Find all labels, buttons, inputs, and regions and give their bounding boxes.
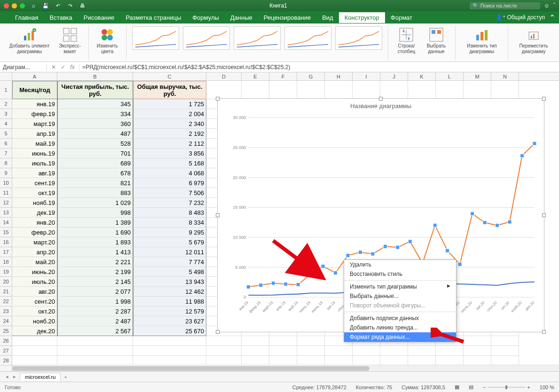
data-cell[interactable]: авг.20: [12, 287, 57, 297]
data-cell[interactable]: 1 998: [57, 297, 133, 306]
resize-handle[interactable]: [216, 213, 220, 217]
empty-cell[interactable]: [206, 346, 242, 356]
row-header[interactable]: 22: [0, 297, 12, 306]
column-header[interactable]: L: [436, 72, 464, 80]
ribbon-collapse-icon[interactable]: ⌃: [549, 13, 555, 22]
empty-cell[interactable]: [325, 356, 353, 366]
data-cell[interactable]: дек.20: [12, 326, 57, 336]
data-cell[interactable]: 2 287: [57, 306, 133, 316]
undo-icon[interactable]: ↶: [53, 1, 63, 10]
data-cell[interactable]: февр.19: [12, 109, 57, 119]
data-cell[interactable]: 883: [57, 188, 133, 198]
user-icon[interactable]: ☺: [544, 2, 550, 9]
data-cell[interactable]: 7 506: [133, 188, 206, 198]
ribbon-tab-формат[interactable]: Формат: [385, 12, 418, 23]
row-header[interactable]: 15: [0, 227, 12, 237]
empty-cell[interactable]: [353, 81, 380, 99]
empty-cell[interactable]: [269, 81, 297, 99]
data-cell[interactable]: 1 029: [57, 198, 133, 208]
ribbon-tab-главная[interactable]: Главная: [9, 12, 44, 23]
empty-cell[interactable]: [269, 356, 297, 366]
column-header[interactable]: K: [408, 72, 436, 80]
row-header[interactable]: 3: [0, 109, 12, 119]
data-cell[interactable]: нояб.20: [12, 316, 57, 326]
data-cell[interactable]: февр.20: [12, 227, 57, 237]
row-header[interactable]: 14: [0, 218, 12, 227]
print-icon[interactable]: 🖶: [78, 1, 87, 10]
data-cell[interactable]: дек.19: [12, 208, 57, 218]
data-cell[interactable]: 25 670: [133, 326, 206, 336]
data-cell[interactable]: 2 487: [57, 316, 133, 326]
empty-cell[interactable]: [269, 346, 297, 356]
accept-formula-icon[interactable]: ✓: [59, 64, 67, 71]
empty-cell[interactable]: [206, 336, 242, 346]
data-cell[interactable]: 528: [57, 139, 133, 149]
empty-cell[interactable]: [408, 81, 436, 99]
empty-cell[interactable]: [133, 346, 206, 356]
row-header[interactable]: 13: [0, 208, 12, 218]
data-cell[interactable]: 8 483: [133, 208, 206, 218]
data-cell[interactable]: 5 679: [133, 237, 206, 247]
fx-icon[interactable]: fx: [69, 64, 76, 71]
sheet-tab[interactable]: microexcel.ru: [20, 373, 61, 381]
empty-cell[interactable]: [491, 336, 519, 346]
empty-cell[interactable]: [206, 81, 242, 99]
empty-cell[interactable]: [380, 356, 408, 366]
empty-cell[interactable]: [464, 356, 491, 366]
ribbon-tab-конструктор[interactable]: Конструктор: [339, 12, 385, 23]
data-cell[interactable]: июнь.19: [12, 149, 57, 158]
redo-icon[interactable]: ↷: [65, 1, 75, 10]
ribbon-tab-формулы[interactable]: Формулы: [187, 12, 225, 23]
resize-handle[interactable]: [542, 97, 546, 101]
data-cell[interactable]: 8 334: [133, 218, 206, 227]
ribbon-tab-вставка[interactable]: Вставка: [44, 12, 78, 23]
data-point-marker[interactable]: [396, 245, 400, 249]
row-header[interactable]: 4: [0, 119, 12, 129]
empty-cell[interactable]: [242, 356, 269, 366]
row-header[interactable]: 28: [0, 356, 12, 366]
row-header[interactable]: 17: [0, 247, 12, 257]
row-header[interactable]: 23: [0, 306, 12, 316]
row-header[interactable]: 26: [0, 336, 12, 346]
data-cell[interactable]: 6 979: [133, 178, 206, 188]
data-cell[interactable]: март.20: [12, 237, 57, 247]
empty-cell[interactable]: [57, 336, 133, 346]
data-cell[interactable]: май.19: [12, 139, 57, 149]
empty-cell[interactable]: [133, 356, 206, 366]
chart-styles-gallery[interactable]: [131, 26, 383, 50]
data-cell[interactable]: сент.20: [12, 297, 57, 306]
column-header[interactable]: I: [353, 72, 380, 80]
column-header[interactable]: M: [464, 72, 491, 80]
data-cell[interactable]: май.20: [12, 257, 57, 267]
data-cell[interactable]: 1 389: [57, 218, 133, 227]
row-header[interactable]: 27: [0, 346, 12, 356]
empty-cell[interactable]: [242, 81, 269, 99]
data-cell[interactable]: 2 567: [57, 326, 133, 336]
row-header[interactable]: 8: [0, 158, 12, 168]
empty-cell[interactable]: [297, 336, 325, 346]
data-point-marker[interactable]: [471, 212, 474, 216]
column-header[interactable]: H: [325, 72, 353, 80]
empty-cell[interactable]: [353, 346, 380, 356]
data-cell[interactable]: 821: [57, 178, 133, 188]
data-cell[interactable]: 3 856: [133, 149, 206, 158]
resize-handle[interactable]: [379, 97, 383, 101]
maximize-window[interactable]: [20, 3, 25, 8]
row-header[interactable]: 9: [0, 168, 12, 178]
data-cell[interactable]: 2 221: [57, 257, 133, 267]
empty-cell[interactable]: [491, 81, 519, 99]
empty-cell[interactable]: [57, 346, 133, 356]
data-cell[interactable]: 2 077: [57, 287, 133, 297]
data-cell[interactable]: 360: [57, 119, 133, 129]
column-header[interactable]: E: [242, 72, 269, 80]
context-menu-item[interactable]: Выбрать данные...: [344, 291, 456, 301]
row-header[interactable]: 19: [0, 267, 12, 277]
chart-style-thumb[interactable]: [335, 26, 382, 50]
data-cell[interactable]: апр.20: [12, 247, 57, 257]
table-header-cell[interactable]: Общая выручка, тыс. руб.: [133, 81, 206, 99]
data-cell[interactable]: 5 498: [133, 267, 206, 277]
empty-cell[interactable]: [353, 356, 380, 366]
data-point-marker[interactable]: [358, 251, 362, 254]
data-cell[interactable]: 1 725: [133, 99, 206, 109]
data-point-marker[interactable]: [483, 221, 487, 225]
